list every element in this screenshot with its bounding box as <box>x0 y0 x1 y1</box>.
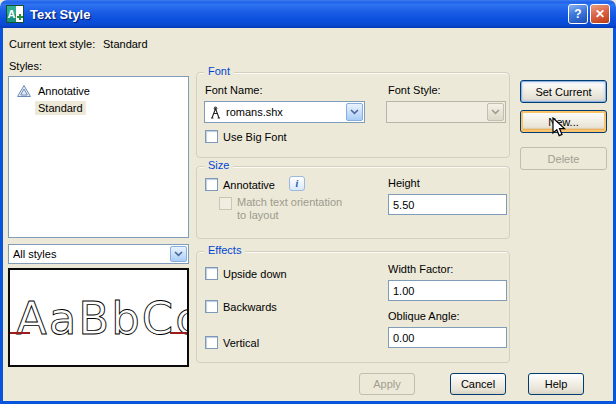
font-group-title: Font <box>204 65 234 77</box>
help-titlebar-button[interactable]: ? <box>568 4 588 24</box>
list-item-label[interactable]: Annotative <box>35 84 93 98</box>
use-big-font-label[interactable]: Use Big Font <box>223 131 287 143</box>
svg-text:A: A <box>8 8 16 20</box>
match-orientation-label-line2: to layout <box>237 209 279 221</box>
upside-down-label[interactable]: Upside down <box>223 268 287 280</box>
annotative-checkbox[interactable] <box>205 178 218 191</box>
close-button[interactable]: ✕ <box>590 4 610 24</box>
mouse-cursor-icon <box>551 117 570 138</box>
preview-sample-text: AaBbCc <box>16 292 187 345</box>
list-item-annotative[interactable]: Annotative <box>9 82 188 99</box>
window-border-left <box>0 28 3 404</box>
current-style-value: Standard <box>103 38 148 50</box>
font-style-label: Font Style: <box>388 84 441 96</box>
oblique-angle-label: Oblique Angle: <box>388 310 460 322</box>
list-item-label[interactable]: Standard <box>35 101 86 115</box>
text-style-dialog: A Text Style ? ✕ Current text style: Sta… <box>0 0 616 404</box>
height-label: Height <box>388 177 420 189</box>
apply-button: Apply <box>359 373 415 395</box>
cancel-button[interactable]: Cancel <box>450 373 506 395</box>
set-current-button[interactable]: Set Current <box>520 80 607 103</box>
vertical-checkbox[interactable] <box>205 336 218 349</box>
backwards-checkbox[interactable] <box>205 300 218 313</box>
height-input[interactable] <box>388 194 507 215</box>
autocad-text-style-icon: A <box>6 5 24 23</box>
shx-compass-icon <box>209 106 222 119</box>
font-style-combobox <box>386 101 506 123</box>
font-name-combobox[interactable]: romans.shx <box>204 101 365 123</box>
width-factor-input[interactable] <box>388 280 507 301</box>
annotative-label[interactable]: Annotative <box>223 179 275 191</box>
style-preview-pane: AaBbCc <box>8 268 189 367</box>
vertical-label[interactable]: Vertical <box>223 337 259 349</box>
styles-label: Styles: <box>9 60 42 72</box>
size-group-title: Size <box>204 159 233 171</box>
list-item-icon-spacer <box>17 102 31 114</box>
dropdown-arrow-icon <box>487 103 504 121</box>
width-factor-label: Width Factor: <box>388 263 453 275</box>
oblique-angle-input[interactable] <box>388 327 507 348</box>
backwards-label[interactable]: Backwards <box>223 301 277 313</box>
style-filter-value: All styles <box>13 248 56 260</box>
dropdown-arrow-icon[interactable] <box>346 103 363 121</box>
upside-down-checkbox[interactable] <box>205 267 218 280</box>
styles-listbox[interactable]: Annotative Standard <box>8 76 189 238</box>
annotative-info-icon[interactable]: i <box>289 176 305 191</box>
preview-baseline-left <box>10 332 30 334</box>
help-button[interactable]: Help <box>528 373 584 395</box>
match-orientation-checkbox <box>219 197 232 210</box>
use-big-font-checkbox[interactable] <box>205 130 218 143</box>
annotative-triangle-icon <box>17 85 31 97</box>
dropdown-arrow-icon[interactable] <box>170 246 187 262</box>
font-name-value: romans.shx <box>226 106 283 118</box>
titlebar[interactable]: A Text Style ? ✕ <box>0 0 616 28</box>
current-style-label: Current text style: <box>9 38 95 50</box>
list-item-standard[interactable]: Standard <box>9 99 188 116</box>
style-filter-combobox[interactable]: All styles <box>8 244 189 264</box>
preview-baseline-right <box>170 332 187 334</box>
match-orientation-label-line1: Match text orientation <box>237 196 342 208</box>
delete-button: Delete <box>520 147 607 170</box>
font-name-label: Font Name: <box>205 84 262 96</box>
window-title: Text Style <box>30 7 90 22</box>
effects-group-title: Effects <box>204 244 245 256</box>
